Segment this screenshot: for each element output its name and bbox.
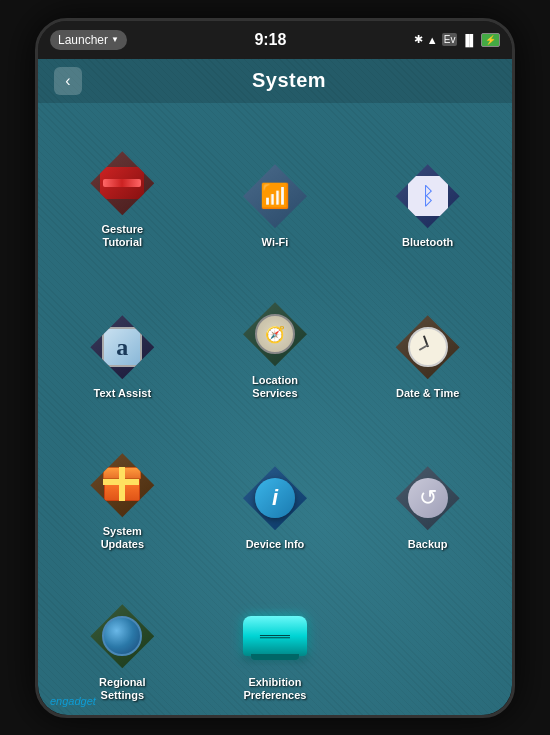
bluetooth-icon: ᛒ xyxy=(408,176,448,216)
phone-shell: Launcher ▼ 9:18 ✱ ▲ Ev ▐▌ ⚡ ‹ System xyxy=(35,18,515,718)
location-gem: 🧭 xyxy=(243,302,307,366)
status-icons: ✱ ▲ Ev ▐▌ ⚡ xyxy=(414,33,500,47)
device-info-label: Device Info xyxy=(246,538,305,551)
launcher-arrow-icon: ▼ xyxy=(111,35,119,44)
status-bar: Launcher ▼ 9:18 ✱ ▲ Ev ▐▌ ⚡ xyxy=(38,21,512,59)
exhibition-icon-wrap: ═══ xyxy=(239,600,311,672)
wifi-label: Wi-Fi xyxy=(262,236,289,249)
clock-icon xyxy=(408,327,448,367)
datetime-gem xyxy=(396,315,460,379)
bluetooth-status-icon: ✱ xyxy=(414,33,423,46)
device-info-gem: i xyxy=(243,466,307,530)
date-time-item[interactable]: Date & Time xyxy=(351,258,504,409)
gesture-icon xyxy=(100,167,144,199)
gesture-tutorial-icon-wrap xyxy=(86,147,158,219)
system-updates-label: SystemUpdates xyxy=(101,525,144,551)
bluetooth-gem: ᛒ xyxy=(396,164,460,228)
regional-gem xyxy=(90,604,154,668)
regional-settings-item[interactable]: RegionalSettings xyxy=(46,560,199,711)
updates-icon-wrap xyxy=(86,449,158,521)
exhibition-icon: ═══ xyxy=(243,616,307,656)
regional-label: RegionalSettings xyxy=(99,676,145,702)
system-updates-item[interactable]: SystemUpdates xyxy=(46,409,199,560)
wifi-icon-wrap: 📶 xyxy=(239,160,311,232)
gesture-stripe xyxy=(103,179,141,187)
empty-slot xyxy=(351,560,504,711)
compass-icon: 🧭 xyxy=(255,314,295,354)
launcher-label: Launcher xyxy=(58,33,108,47)
datetime-label: Date & Time xyxy=(396,387,459,400)
page-title: System xyxy=(82,69,496,92)
signal-icon: ▐▌ xyxy=(461,34,477,46)
engadget-watermark: engadget xyxy=(50,695,96,707)
gesture-tutorial-item[interactable]: GestureTutorial xyxy=(46,107,199,258)
page-header: ‹ System xyxy=(38,59,512,103)
exhibition-preferences-item[interactable]: ═══ ExhibitionPreferences xyxy=(199,560,352,711)
exhibition-symbol: ═══ xyxy=(260,628,290,644)
launcher-button[interactable]: Launcher ▼ xyxy=(50,30,127,50)
back-button[interactable]: ‹ xyxy=(54,67,82,95)
wifi-item[interactable]: 📶 Wi-Fi xyxy=(199,107,352,258)
updates-gem xyxy=(90,453,154,517)
bluetooth-item[interactable]: ᛒ Bluetooth xyxy=(351,107,504,258)
gift-icon xyxy=(103,467,141,503)
exhibition-icon-container: ═══ xyxy=(243,616,307,656)
datetime-icon-wrap xyxy=(392,311,464,383)
bluetooth-icon-wrap: ᛒ xyxy=(392,160,464,232)
backup-icon: ↺ xyxy=(408,478,448,518)
wifi-gem: 📶 xyxy=(243,164,307,228)
text-assist-label: Text Assist xyxy=(94,387,151,400)
clock-display: 9:18 xyxy=(127,31,414,49)
back-icon: ‹ xyxy=(65,72,70,90)
location-services-item[interactable]: 🧭 LocationServices xyxy=(199,258,352,409)
gift-ribbon-v xyxy=(103,479,139,485)
backup-icon-wrap: ↺ xyxy=(392,462,464,534)
backup-gem: ↺ xyxy=(396,466,460,530)
globe-icon xyxy=(102,616,142,656)
regional-icon-wrap xyxy=(86,600,158,672)
exhibition-label: ExhibitionPreferences xyxy=(243,676,306,702)
wifi-status-icon: ▲ xyxy=(427,34,438,46)
backup-label: Backup xyxy=(408,538,448,551)
text-assist-icon: a xyxy=(102,327,142,367)
battery-icon: ⚡ xyxy=(481,33,500,47)
gesture-tutorial-label: GestureTutorial xyxy=(102,223,144,249)
text-assist-gem: a xyxy=(90,315,154,379)
backup-item[interactable]: ↺ Backup xyxy=(351,409,504,560)
text-assist-item[interactable]: a Text Assist xyxy=(46,258,199,409)
wifi-icon: 📶 xyxy=(255,176,295,216)
location-label: LocationServices xyxy=(252,374,298,400)
main-content: ‹ System GestureTutorial xyxy=(38,59,512,715)
device-info-item[interactable]: i Device Info xyxy=(199,409,352,560)
icon-grid: GestureTutorial 📶 Wi-Fi ᛒ Bluetooth xyxy=(38,103,512,715)
info-icon: i xyxy=(255,478,295,518)
text-assist-icon-wrap: a xyxy=(86,311,158,383)
gesture-tutorial-gem xyxy=(90,151,154,215)
device-info-icon-wrap: i xyxy=(239,462,311,534)
bluetooth-label: Bluetooth xyxy=(402,236,453,249)
ev-icon: Ev xyxy=(442,33,458,46)
location-icon-wrap: 🧭 xyxy=(239,298,311,370)
